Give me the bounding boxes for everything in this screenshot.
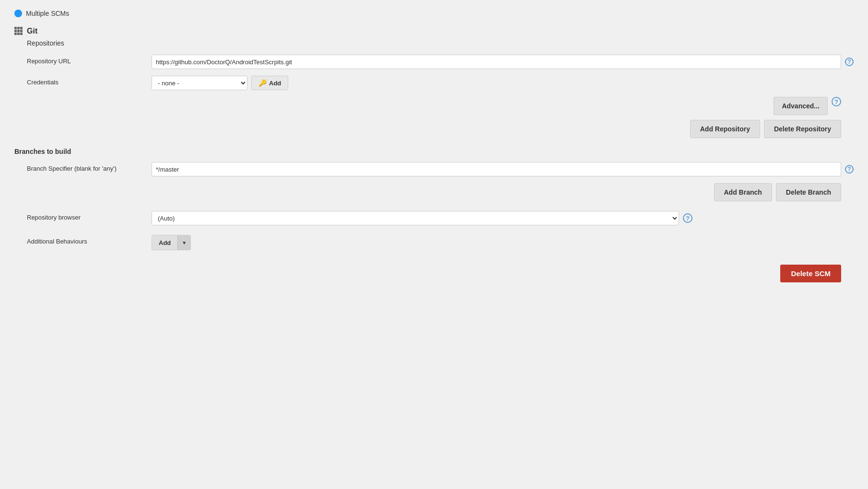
git-section: Git Repositories Repository URL ? Creden…: [14, 27, 854, 138]
add-repository-button[interactable]: Add Repository: [690, 120, 760, 138]
git-header: Git: [14, 27, 854, 35]
add-behaviour-arrow-button[interactable]: ▼: [177, 235, 190, 250]
repo-browser-row: Repository browser (Auto) ?: [27, 211, 854, 225]
multiple-scms-icon: [14, 10, 22, 17]
repositories-label: Repositories: [27, 39, 854, 47]
repo-browser-help-icon[interactable]: ?: [683, 213, 692, 223]
delete-scm-button[interactable]: Delete SCM: [780, 265, 841, 282]
credentials-help-icon[interactable]: ?: [832, 97, 841, 106]
credentials-add-button[interactable]: 🔑 Add: [251, 76, 288, 90]
add-behaviour-main-button[interactable]: Add: [152, 235, 177, 250]
credentials-row: Credentials - none - 🔑 Add: [27, 76, 854, 90]
add-behaviour-split-button: Add ▼: [152, 235, 191, 250]
dropdown-arrow-icon: ▼: [182, 240, 187, 245]
repo-browser-section: Repository browser (Auto) ?: [14, 211, 854, 225]
repo-browser-select[interactable]: (Auto): [152, 211, 679, 225]
branches-to-build-label: Branches to build: [14, 148, 854, 155]
repository-url-control: ?: [152, 55, 854, 69]
repository-url-row: Repository URL ?: [27, 55, 854, 69]
grid-icon: [14, 27, 23, 35]
repository-url-label: Repository URL: [27, 55, 152, 65]
repository-buttons-row: Add Repository Delete Repository: [27, 120, 854, 138]
branch-specifier-label: Branch Specifier (blank for 'any'): [27, 162, 152, 172]
branch-specifier-input[interactable]: [152, 162, 841, 176]
advanced-row: Advanced... ?: [27, 97, 854, 115]
branch-specifier-help-icon[interactable]: ?: [845, 165, 854, 174]
credentials-control: - none - 🔑 Add: [152, 76, 854, 90]
delete-scm-row: Delete SCM: [14, 265, 854, 282]
git-title: Git: [27, 27, 37, 35]
repo-browser-label: Repository browser: [27, 211, 152, 221]
credentials-add-label: Add: [269, 80, 281, 87]
credentials-select[interactable]: - none -: [152, 76, 247, 90]
additional-behaviours-label: Additional Behaviours: [27, 235, 152, 245]
repo-browser-control: (Auto) ?: [152, 211, 854, 225]
advanced-button[interactable]: Advanced...: [774, 97, 828, 115]
multiple-scms-row: Multiple SCMs: [14, 10, 854, 17]
branch-buttons-row: Add Branch Delete Branch: [27, 183, 854, 201]
delete-branch-button[interactable]: Delete Branch: [776, 183, 841, 201]
delete-repository-button[interactable]: Delete Repository: [764, 120, 841, 138]
additional-behaviours-row: Additional Behaviours Add ▼: [27, 235, 854, 250]
key-icon: 🔑: [258, 79, 267, 87]
additional-behaviours-control: Add ▼: [152, 235, 854, 250]
branch-specifier-control: ?: [152, 162, 854, 176]
credentials-label: Credentials: [27, 76, 152, 86]
branches-section: Branches to build Branch Specifier (blan…: [14, 148, 854, 201]
branch-specifier-row: Branch Specifier (blank for 'any') ?: [27, 162, 854, 176]
additional-behaviours-section: Additional Behaviours Add ▼: [14, 235, 854, 250]
repository-url-input[interactable]: [152, 55, 841, 69]
add-branch-button[interactable]: Add Branch: [714, 183, 772, 201]
repository-url-help-icon[interactable]: ?: [845, 58, 854, 66]
multiple-scms-label: Multiple SCMs: [26, 10, 69, 17]
